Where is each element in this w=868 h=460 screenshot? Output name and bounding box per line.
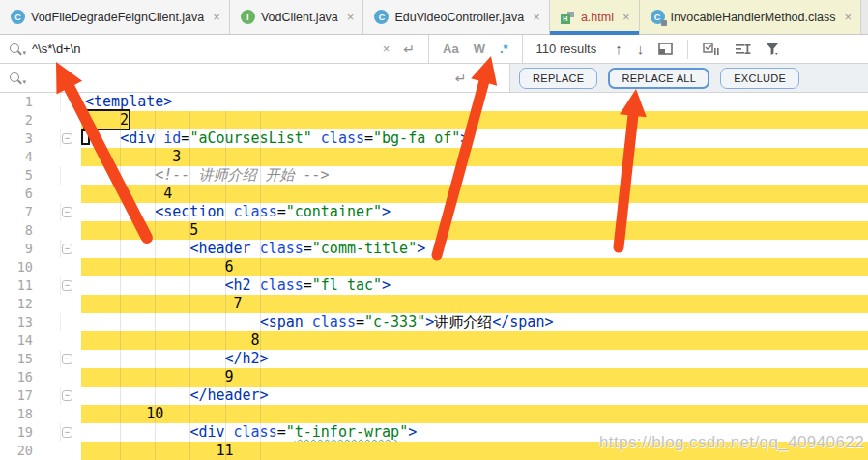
- code-line[interactable]: 3− <div id="aCoursesList" class="bg-fa o…: [0, 129, 868, 148]
- tab-vodclient[interactable]: I VodClient.java ×: [230, 0, 364, 34]
- line-number: 6: [0, 185, 33, 203]
- replace-button[interactable]: REPLACE: [519, 68, 597, 89]
- filter-icon[interactable]: [766, 43, 781, 56]
- code-line[interactable]: 5 <!-- 讲师介绍 开始 -->: [0, 166, 868, 185]
- code-line[interactable]: 9− <header class="comm-title">: [0, 240, 868, 258]
- code-token: >: [382, 276, 391, 294]
- tab-vodfiledegradefeignclient[interactable]: C VodFileDegradeFeignClient.java ×: [0, 0, 230, 34]
- words-toggle[interactable]: W: [474, 42, 485, 56]
- code-line[interactable]: 6 4: [0, 185, 868, 203]
- code-token: class: [312, 313, 356, 331]
- preserve-case-toggle[interactable]: Aa: [479, 71, 496, 85]
- class-icon: C: [11, 10, 25, 24]
- code-token: </header>: [189, 387, 268, 404]
- code-token: 讲师介绍: [434, 313, 492, 331]
- code-line[interactable]: 16 9: [0, 368, 868, 387]
- code-token: =: [304, 276, 312, 294]
- tab-a-html[interactable]: H a.html ×: [550, 0, 640, 34]
- code-token: "comm-title": [312, 240, 417, 257]
- search-input[interactable]: [28, 42, 383, 56]
- match-case-toggle[interactable]: Aa: [443, 42, 459, 56]
- regex-toggle[interactable]: .*: [500, 42, 508, 56]
- code-line[interactable]: 1<template>: [0, 93, 868, 111]
- code-token: <h2: [225, 276, 251, 294]
- fold-marker-icon[interactable]: −: [62, 207, 72, 217]
- next-match-icon[interactable]: ↓: [637, 41, 645, 57]
- code-token: class: [260, 276, 304, 294]
- code-token: ": [399, 423, 408, 441]
- results-count: 110 results: [536, 42, 597, 56]
- code-line[interactable]: 18 10: [0, 405, 868, 423]
- line-number: 15: [0, 350, 33, 368]
- tab-eduvideocontroller[interactable]: C EduVideoController.java ×: [363, 0, 549, 34]
- close-icon[interactable]: ×: [533, 10, 540, 24]
- fold-marker-icon[interactable]: −: [62, 390, 72, 401]
- interface-icon: I: [241, 10, 255, 24]
- search-icon[interactable]: ▾: [9, 42, 24, 57]
- code-token: [312, 129, 321, 147]
- close-icon[interactable]: ×: [347, 10, 355, 24]
- code-line[interactable]: 8 5: [0, 221, 868, 240]
- replace-field-wrap: ▾ ↵ Aa: [0, 64, 510, 92]
- code-token: >: [425, 313, 434, 331]
- code-line[interactable]: 2 2: [0, 111, 868, 129]
- line-number: 7: [0, 203, 33, 221]
- line-number: 9: [0, 240, 33, 258]
- line-number: 4: [0, 148, 33, 166]
- close-icon[interactable]: ×: [622, 10, 630, 24]
- code-token: =: [277, 203, 286, 220]
- code-editor[interactable]: 1<template>2 23− <div id="aCoursesList" …: [0, 93, 868, 460]
- previous-match-icon[interactable]: ↑: [615, 41, 622, 57]
- code-token: [85, 423, 189, 441]
- code-token: >: [382, 203, 391, 220]
- code-token: "container": [286, 203, 382, 220]
- tab-invocablehandlermethod[interactable]: C InvocableHandlerMethod.class ×: [640, 0, 862, 34]
- code-token: class: [321, 129, 364, 147]
- code-line[interactable]: 15− </h2>: [0, 350, 868, 368]
- code-line[interactable]: 13 <span class="c-333">讲师介绍</span>: [0, 313, 868, 331]
- code-line[interactable]: 20 11: [0, 442, 868, 460]
- fold-marker-icon[interactable]: −: [62, 280, 72, 291]
- select-all-occurrences-icon[interactable]: [703, 43, 720, 56]
- replace-all-button[interactable]: REPLACE ALL: [608, 68, 709, 89]
- replace-input[interactable]: [28, 71, 455, 85]
- code-token: 5: [85, 221, 198, 239]
- class-lock-icon: C: [651, 10, 665, 24]
- fold-marker-icon[interactable]: −: [62, 354, 72, 364]
- code-token: [251, 240, 260, 257]
- fold-marker-icon[interactable]: −: [62, 133, 72, 144]
- line-number: 17: [0, 387, 33, 405]
- code-line[interactable]: 7− <section class="container">: [0, 203, 868, 221]
- code-token: =: [356, 313, 364, 331]
- code-token: "aCoursesList": [189, 129, 311, 147]
- search-toggles: Aa W .*: [429, 35, 522, 63]
- fold-marker-icon[interactable]: −: [62, 427, 72, 438]
- code-line[interactable]: 12 7: [0, 295, 868, 313]
- clear-search-icon[interactable]: ×: [383, 42, 391, 56]
- code-token: <header: [189, 240, 250, 257]
- match-newline-box: [81, 129, 90, 145]
- exclude-button[interactable]: EXCLUDE: [720, 68, 799, 89]
- close-icon[interactable]: ×: [213, 10, 220, 24]
- close-icon[interactable]: ×: [844, 10, 852, 24]
- line-number: 14: [0, 331, 33, 350]
- highlight-lines-icon[interactable]: [735, 43, 751, 55]
- code-token: [85, 387, 189, 404]
- fold-marker-icon[interactable]: −: [62, 244, 72, 254]
- code-line[interactable]: 14 8: [0, 331, 868, 350]
- code-token: [304, 313, 312, 331]
- newline-icon[interactable]: ↵: [455, 71, 467, 86]
- open-in-find-window-icon[interactable]: [658, 43, 673, 55]
- code-line[interactable]: 11− <h2 class="fl tac">: [0, 276, 868, 295]
- tab-label: InvocableHandlerMethod.class: [671, 11, 836, 24]
- code-line[interactable]: 19− <div class="t-infor-wrap">: [0, 423, 868, 442]
- code-token: 8: [85, 331, 260, 349]
- replace-icon[interactable]: ▾: [9, 71, 24, 86]
- code-line[interactable]: 10 6: [0, 258, 868, 276]
- line-number: 5: [0, 166, 33, 185]
- code-line[interactable]: 4 3: [0, 148, 868, 166]
- line-number: 3: [0, 129, 33, 148]
- code-token: <template>: [85, 93, 172, 110]
- code-line[interactable]: 17− </header>: [0, 387, 868, 405]
- newline-icon[interactable]: ↵: [403, 42, 415, 57]
